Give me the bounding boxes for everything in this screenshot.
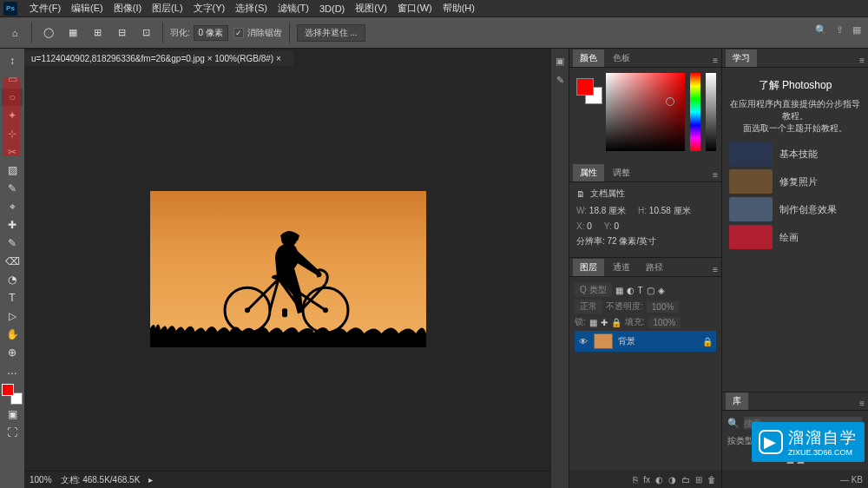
home-icon[interactable]: ⌂ — [5, 23, 24, 43]
stamp-tool[interactable]: ⌖ — [2, 198, 23, 215]
share-icon[interactable]: ⇪ — [836, 24, 844, 36]
color-panel-menu-icon[interactable]: ≡ — [709, 54, 721, 67]
paths-tab[interactable]: 路径 — [639, 259, 670, 276]
opacity-value[interactable]: 100% — [647, 301, 680, 313]
filter-type-icon[interactable]: T — [638, 286, 643, 295]
lasso-tool[interactable]: ○ — [2, 89, 23, 106]
color-tab[interactable]: 颜色 — [573, 49, 604, 67]
blur-tool[interactable]: ◔ — [2, 271, 23, 288]
eyedropper-tool[interactable]: ✂ — [2, 143, 23, 161]
search-icon[interactable]: 🔍 — [815, 24, 827, 36]
path-tool[interactable]: ▷ — [2, 307, 23, 325]
hand-tool[interactable]: ✋ — [2, 326, 23, 343]
brush-tool[interactable]: ✎ — [2, 180, 23, 197]
brush-dock-icon[interactable]: ✎ — [553, 73, 567, 87]
eraser-tool[interactable]: ✎ — [2, 234, 23, 252]
lasso-icon[interactable]: ◯ — [39, 23, 58, 43]
selection-sub-icon[interactable]: ⊟ — [112, 23, 131, 43]
properties-tab[interactable]: 属性 — [573, 164, 604, 181]
filter-pixel-icon[interactable]: ▦ — [615, 286, 623, 295]
layer-name[interactable]: 背景 — [618, 335, 635, 347]
learn-item-basics[interactable]: 基本技能 — [729, 142, 861, 166]
props-panel-menu-icon[interactable]: ≡ — [709, 168, 721, 181]
visibility-icon[interactable]: 👁 — [578, 337, 589, 346]
brightness-slider[interactable] — [706, 73, 716, 151]
edit-toolbar[interactable]: … — [2, 362, 23, 379]
magic-wand-tool[interactable]: ✦ — [2, 107, 23, 124]
learn-item-paint[interactable]: 绘画 — [729, 225, 861, 249]
gradient-tool[interactable]: ⌫ — [2, 253, 23, 270]
layer-group-icon[interactable]: 🗀 — [681, 475, 690, 485]
menu-3d[interactable]: 3D(D) — [314, 3, 350, 14]
learn-item-retouch[interactable]: 修复照片 — [729, 169, 861, 194]
lib-panel-menu-icon[interactable]: ≡ — [856, 397, 868, 410]
collapsed-dock: ▣ ✎ — [551, 49, 569, 488]
menu-help[interactable]: 帮助(H) — [437, 2, 480, 15]
lock-position-icon[interactable]: ✚ — [601, 318, 608, 327]
menu-edit[interactable]: 编辑(E) — [66, 2, 108, 15]
zoom-level[interactable]: 100% — [30, 475, 52, 485]
antialias-checkbox[interactable] — [233, 28, 244, 38]
learn-item-creative[interactable]: 制作创意效果 — [729, 197, 861, 221]
filter-adjust-icon[interactable]: ◐ — [627, 286, 635, 295]
filter-shape-icon[interactable]: ▢ — [647, 286, 654, 295]
search-icon[interactable]: 🔍 — [727, 418, 740, 429]
layer-filter-type[interactable]: Q 类型 — [575, 283, 612, 297]
type-tool[interactable]: T — [2, 289, 23, 307]
lock-all-icon[interactable]: ▦ — [589, 318, 597, 327]
learn-panel-menu-icon[interactable]: ≡ — [856, 54, 868, 67]
selection-new-icon[interactable]: ▦ — [63, 23, 82, 43]
foreground-swatch[interactable] — [576, 78, 594, 96]
fill-value[interactable]: 100% — [648, 317, 681, 328]
status-arrow-icon[interactable]: ▸ — [148, 475, 153, 485]
quickmask-tool[interactable]: ▣ — [2, 406, 23, 423]
menu-filter[interactable]: 滤镜(T) — [273, 2, 314, 15]
foreground-color[interactable] — [2, 384, 14, 396]
layer-fx-icon[interactable]: fx — [643, 475, 650, 485]
layer-mask-icon[interactable]: ◐ — [655, 475, 663, 485]
layer-item[interactable]: 👁 背景 🔒 — [575, 331, 716, 352]
menu-file[interactable]: 文件(F) — [24, 2, 66, 15]
menu-type[interactable]: 文字(Y) — [188, 2, 231, 15]
menu-view[interactable]: 视图(V) — [350, 2, 392, 15]
menu-layer[interactable]: 图层(L) — [147, 2, 187, 15]
history-brush-tool[interactable]: ✚ — [2, 216, 23, 234]
adjustment-layer-icon[interactable]: ◑ — [668, 475, 676, 485]
document-tab[interactable]: u=1124040902,818296336&fm=26&gp=0.jpg × … — [24, 51, 293, 66]
blend-mode-select[interactable]: 正常 — [575, 300, 602, 313]
feather-input[interactable] — [194, 25, 228, 41]
library-filter[interactable]: 按类型查看 — [727, 435, 863, 447]
screenmode-tool[interactable]: ⛶ — [2, 424, 23, 441]
link-layers-icon[interactable]: ⎘ — [633, 475, 638, 485]
canvas-viewport[interactable] — [24, 68, 551, 471]
filter-smart-icon[interactable]: ◈ — [658, 286, 665, 295]
learn-tab[interactable]: 学习 — [726, 49, 757, 67]
healing-tool[interactable]: ▨ — [2, 162, 23, 179]
crop-tool[interactable]: ⊹ — [2, 125, 23, 142]
new-layer-icon[interactable]: ⊞ — [695, 475, 702, 485]
swatches-tab[interactable]: 色板 — [606, 49, 637, 67]
delete-layer-icon[interactable]: 🗑 — [707, 475, 716, 485]
move-tool[interactable]: ↕ — [2, 52, 23, 69]
channels-tab[interactable]: 通道 — [606, 259, 637, 276]
selection-intersect-icon[interactable]: ⊡ — [136, 23, 155, 43]
color-field[interactable] — [606, 73, 685, 151]
marquee-tool[interactable]: ▭ — [2, 70, 23, 88]
layer-thumbnail[interactable] — [594, 333, 613, 349]
history-dock-icon[interactable]: ▣ — [553, 54, 567, 68]
select-and-mask-button[interactable]: 选择并遮住 ... — [297, 24, 365, 42]
zoom-tool[interactable]: ⊕ — [2, 344, 23, 361]
lock-pixels-icon[interactable]: 🔒 — [611, 318, 621, 327]
libraries-tab[interactable]: 库 — [726, 392, 748, 410]
menu-select[interactable]: 选择(S) — [230, 2, 273, 15]
layers-panel-menu-icon[interactable]: ≡ — [709, 263, 721, 276]
menu-image[interactable]: 图像(I) — [108, 2, 147, 15]
library-search-input[interactable] — [743, 416, 863, 430]
layers-tab[interactable]: 图层 — [573, 259, 604, 276]
workspace-icon[interactable]: ▦ — [852, 24, 861, 36]
hue-slider[interactable] — [690, 73, 700, 151]
color-swatches[interactable] — [2, 384, 23, 405]
adjustments-tab[interactable]: 调整 — [606, 164, 637, 181]
selection-add-icon[interactable]: ⊞ — [88, 23, 107, 43]
menu-window[interactable]: 窗口(W) — [392, 2, 437, 15]
